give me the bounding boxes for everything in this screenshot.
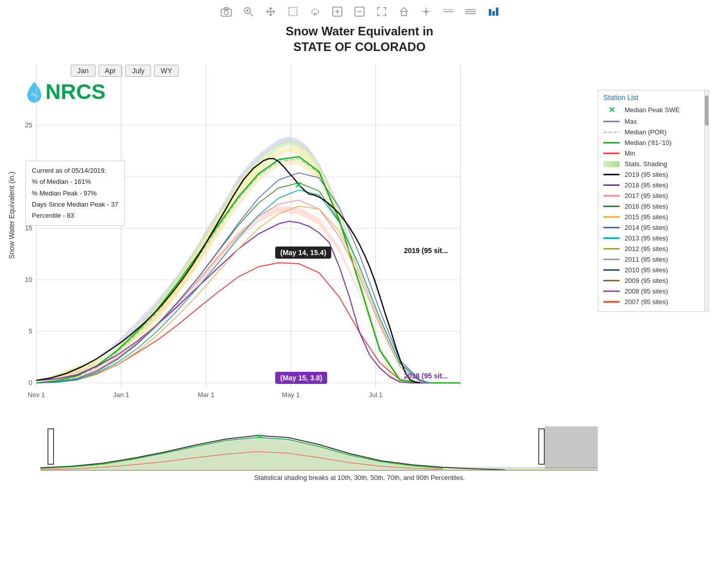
main-chart-svg: 0 5 10 15 20 25 Nov 1 Jan 1 Mar 1 May 1 …: [36, 65, 460, 398]
legend-scrollbar-thumb[interactable]: [705, 95, 709, 126]
mini-chart-svg: ✕: [40, 426, 598, 470]
mini-handle-right[interactable]: [538, 428, 545, 465]
legend-line-icon: [603, 301, 620, 303]
svg-text:Nov 1: Nov 1: [28, 391, 45, 399]
legend-label: 2007 (95 sites): [625, 298, 668, 306]
legend-label: 2013 (95 sites): [625, 234, 668, 242]
legend-item[interactable]: 2010 (95 sites): [598, 265, 708, 275]
legend-line-icon: [603, 132, 620, 133]
zoom-icon[interactable]: [242, 5, 255, 18]
tooltip-2018: (May 15, 3.8): [275, 372, 327, 384]
compare-icon[interactable]: [442, 5, 455, 18]
legend-item[interactable]: Stats. Shading: [598, 159, 708, 169]
svg-text:0: 0: [29, 379, 32, 386]
svg-rect-35: [492, 11, 495, 16]
legend-item[interactable]: 2018 (95 sites): [598, 180, 708, 190]
legend-line-icon: [603, 142, 620, 143]
legend-item[interactable]: ✕Median Peak SWE: [598, 104, 708, 116]
legend-item[interactable]: Median (POR): [598, 127, 708, 137]
legend-item[interactable]: 2017 (95 sites): [598, 190, 708, 201]
svg-point-1: [224, 11, 228, 15]
legend-item[interactable]: Max: [598, 116, 708, 127]
legend-line-icon: [603, 184, 620, 186]
legend-panel[interactable]: Station List ✕Median Peak SWEMaxMedian (…: [598, 90, 709, 312]
fullscreen-icon[interactable]: [375, 5, 388, 18]
svg-text:5: 5: [29, 327, 32, 335]
svg-rect-36: [496, 8, 498, 16]
legend-label: 2010 (95 sites): [625, 266, 668, 274]
svg-text:Jul 1: Jul 1: [369, 391, 382, 399]
svg-text:10: 10: [25, 276, 32, 283]
legend-line-icon: [603, 206, 620, 207]
zoom-in-icon[interactable]: [331, 5, 344, 18]
legend-label: Max: [625, 118, 637, 125]
toggle-spike-icon[interactable]: [464, 5, 477, 18]
svg-point-19: [314, 13, 316, 15]
svg-text:May 1: May 1: [282, 391, 299, 399]
legend-label: 2009 (95 sites): [625, 277, 668, 284]
legend-item[interactable]: 2019 (95 sites): [598, 169, 708, 180]
legend-line-icon: [603, 290, 620, 292]
legend-item[interactable]: 2014 (95 sites): [598, 222, 708, 233]
legend-item[interactable]: 2007 (95 sites): [598, 297, 708, 307]
svg-rect-25: [401, 12, 406, 16]
legend-item[interactable]: 2016 (95 sites): [598, 201, 708, 212]
zoom-out-icon[interactable]: [353, 5, 366, 18]
svg-text:Mar 1: Mar 1: [197, 391, 214, 399]
legend-scrollbar[interactable]: [704, 90, 708, 311]
legend-label: 2014 (95 sites): [625, 224, 668, 231]
svg-rect-17: [289, 8, 297, 16]
label-2018: 2018 (95 sit...: [404, 372, 448, 380]
legend-label: Stats. Shading: [625, 160, 667, 168]
legend-line-icon: [603, 237, 620, 239]
legend-line-icon: [603, 269, 620, 271]
svg-text:Jan 1: Jan 1: [113, 391, 129, 399]
legend-line-icon: [603, 259, 620, 260]
select-icon[interactable]: [286, 5, 299, 18]
toolbar: [0, 0, 719, 21]
footer-note: Statistical shading breaks at 10th, 30th…: [0, 474, 719, 486]
station-list-link[interactable]: Station List: [598, 90, 708, 104]
y-axis-label: Snow Water Equivalent (in.): [8, 165, 16, 266]
legend-item[interactable]: 2011 (95 sites): [598, 254, 708, 265]
legend-label: 2019 (95 sites): [625, 171, 668, 178]
legend-item[interactable]: 2012 (95 sites): [598, 243, 708, 254]
legend-label: 2011 (95 sites): [625, 256, 668, 263]
svg-text:✕: ✕: [256, 433, 263, 440]
svg-rect-0: [221, 9, 231, 16]
legend-line-icon: [603, 227, 620, 228]
label-2019: 2019 (95 sit...: [404, 247, 448, 255]
legend-shading-icon: [603, 161, 620, 167]
legend-item[interactable]: Median ('81-'10): [598, 137, 708, 148]
legend-label: 2018 (95 sites): [625, 181, 668, 189]
main-content: Snow Water Equivalent (in.) NRCS Current…: [0, 60, 719, 423]
chart-area: Snow Water Equivalent (in.) NRCS Current…: [0, 60, 598, 423]
legend-item[interactable]: 2009 (95 sites): [598, 275, 708, 286]
legend-line-icon: [603, 174, 620, 175]
mini-handle-left[interactable]: [47, 428, 54, 465]
legend-label: Median Peak SWE: [625, 106, 680, 114]
legend-label: Median (POR): [625, 128, 666, 136]
svg-text:25: 25: [25, 121, 32, 129]
lasso-icon[interactable]: [309, 5, 322, 18]
legend-label: 2008 (95 sites): [625, 287, 668, 295]
home-icon[interactable]: [397, 5, 410, 18]
legend-item[interactable]: 2015 (95 sites): [598, 212, 708, 222]
legend-label: 2015 (95 sites): [625, 213, 668, 221]
legend-line-icon: [603, 280, 620, 281]
legend-line-icon: [603, 248, 620, 250]
legend-line-icon: [603, 216, 620, 218]
camera-icon[interactable]: [220, 5, 233, 18]
mini-chart: ✕: [40, 426, 598, 471]
tooltip-2019: (May 14, 15.4): [275, 247, 331, 259]
spike-lines-icon[interactable]: [420, 5, 433, 18]
bar-chart-active-icon[interactable]: [486, 5, 499, 18]
legend-line-icon: [603, 153, 620, 154]
svg-line-4: [250, 13, 253, 16]
legend-label: Min: [625, 150, 635, 157]
legend-item[interactable]: Min: [598, 148, 708, 159]
legend-label: 2017 (95 sites): [625, 192, 668, 200]
legend-item[interactable]: 2008 (95 sites): [598, 286, 708, 297]
pan-icon[interactable]: [264, 5, 277, 18]
legend-item[interactable]: 2013 (95 sites): [598, 233, 708, 243]
